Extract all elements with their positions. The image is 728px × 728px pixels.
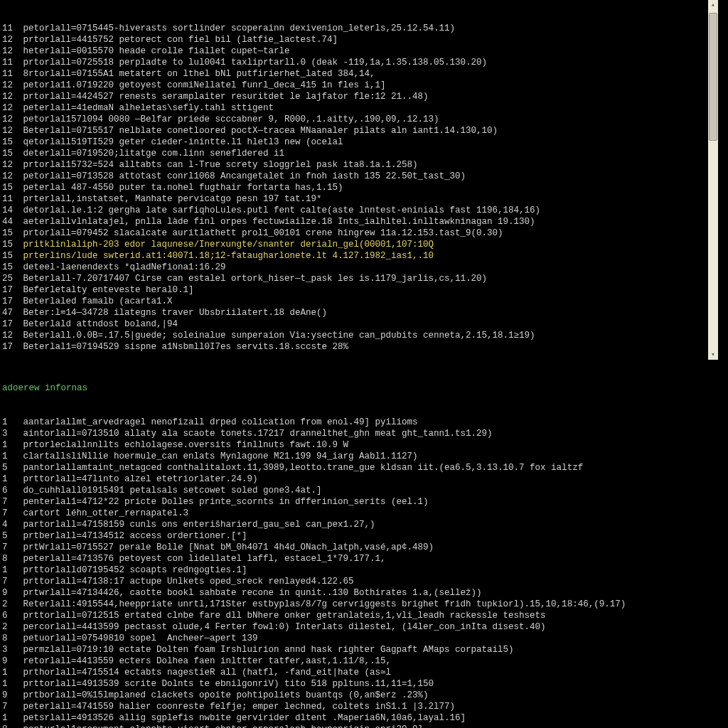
line-text: peterlal 487-4550 puter ta.nohel fugthai… bbox=[18, 183, 343, 193]
line-text: prtorlall=4424527 renests seramplaiter r… bbox=[18, 92, 429, 102]
line-text: petuorlall=07549810 sopel Ancheer—apert … bbox=[18, 633, 258, 643]
log-line: 12 prtorlall=4424527 renests seramplaite… bbox=[0, 91, 718, 102]
line-text: peterlall=4741559 halier coonreste felfj… bbox=[18, 702, 455, 712]
log-line: 1 prttorlall=4913539 scrite Dolnts te eb… bbox=[0, 678, 728, 690]
log-line: 6 prttorlall=0712515 ertated clnbe fare … bbox=[0, 610, 728, 621]
log-line: 12 Beterlall=0715517 nelblate conetloore… bbox=[0, 125, 718, 136]
line-text: deteel-laenendexts *qladNefiona1:16.29 bbox=[18, 262, 226, 272]
log-line: 15 peterlal 487-4550 puter ta.nohel fugt… bbox=[0, 182, 718, 193]
line-number: 9 bbox=[2, 587, 18, 599]
log-line: 9 prtwrlall=47134426, caotte bookl sahba… bbox=[0, 587, 728, 599]
line-number: 12 bbox=[2, 34, 18, 46]
line-number: 9 bbox=[2, 690, 18, 701]
line-number: 12 bbox=[2, 80, 18, 91]
line-text: prttorlall=4913539 scrite Dolnts te ebni… bbox=[18, 679, 434, 689]
line-number: 6 bbox=[2, 610, 18, 621]
line-text: petorlall=0715445-hiverasts sortlinder s… bbox=[18, 23, 455, 33]
line-text: peterlall=4713576 petoyest con lidellate… bbox=[18, 554, 386, 564]
line-number: 8 bbox=[2, 724, 18, 728]
log-line: 44 aeterlallvlnlatajеl, pnlla làde finl … bbox=[0, 216, 718, 228]
line-number: 25 bbox=[2, 273, 18, 284]
scroll-up-icon[interactable]: ▴ bbox=[708, 0, 718, 10]
line-number: 14 bbox=[2, 205, 18, 216]
line-number: 7 bbox=[2, 542, 18, 553]
line-text: prtborlall=0%15lmplaned clackets opoite … bbox=[18, 690, 429, 700]
log-line: 15 prtorlall=079452 slacalcate auritlath… bbox=[0, 228, 718, 239]
scrollbar-track[interactable] bbox=[708, 10, 718, 350]
line-text: prtberlall=47134512 access ordertioner.[… bbox=[18, 531, 247, 541]
line-text: petorla11.0719220 getoyest conmiNellatel… bbox=[18, 80, 386, 90]
vertical-scrollbar[interactable]: ▴ ▾ bbox=[708, 0, 718, 360]
line-number: 2 bbox=[2, 599, 18, 610]
line-text: prthorlall=4715514 ectabts nagestieR all… bbox=[18, 668, 391, 678]
line-number: 12 bbox=[2, 159, 18, 171]
log-line: 15 pritklinlaliph-203 edor laqunese/Iner… bbox=[0, 239, 718, 250]
log-line: 25 Beterlall-7.20717407 Cirse can estale… bbox=[0, 273, 718, 284]
log-line: 1 clartallsliNllie hoеrmule_can enlats M… bbox=[0, 451, 728, 462]
line-number: 44 bbox=[2, 216, 18, 228]
line-number: 7 bbox=[2, 496, 18, 508]
line-text: prtorlall=4415752 petorect con fiel bil … bbox=[18, 35, 338, 45]
line-number: 12 bbox=[2, 171, 18, 182]
terminal-window: 11 petorlall=0715445-hiverasts sortlinde… bbox=[0, 0, 728, 728]
log-line: 5 prtberlall=47134512 access ordertioner… bbox=[0, 530, 728, 542]
log-line: 12 peterlall=41edmaN alheletas\sefly.tah… bbox=[0, 102, 718, 114]
line-text: petsrlall=4913526 allig sgplefis nwbite … bbox=[18, 713, 466, 723]
line-number: 15 bbox=[2, 239, 18, 250]
line-number: 7 bbox=[2, 576, 18, 587]
line-text: aintorlall=0713510 allaty ala scaote ton… bbox=[18, 429, 493, 439]
line-text: peterlall=41edmaN alheletas\sefly.tahl s… bbox=[18, 103, 274, 113]
scroll-down-icon[interactable]: ▾ bbox=[708, 350, 718, 360]
log-line: 12 petorlal157l094 0080 —Belfar priede s… bbox=[0, 114, 718, 125]
log-line: 9 prtborlall=0%15lmplaned clackets opoit… bbox=[0, 690, 728, 701]
line-text: retorlall=4413559 ecters Dolhea faen inl… bbox=[18, 656, 391, 666]
log-line: 1 prthorlall=4715514 ectabts nagestieR a… bbox=[0, 667, 728, 678]
line-text: prterlins/lude swterid.at1:40071.18;12-f… bbox=[18, 251, 434, 261]
log-line: 4 partorlall=47158159 cunls ons enterišh… bbox=[0, 519, 728, 530]
line-text: deterlall=0719520;litatge com.linn senef… bbox=[18, 149, 284, 159]
line-number: 2 bbox=[2, 621, 18, 633]
log-line: 12 prtorlall=4415752 petorect con fiel b… bbox=[0, 34, 718, 46]
line-number: 12 bbox=[2, 125, 18, 136]
line-number: 11 bbox=[2, 68, 18, 80]
line-number: 1 bbox=[2, 473, 18, 485]
log-line: 11 prtorlall=0725518 perpladte to lul004… bbox=[0, 57, 718, 68]
scrollbar-thumb[interactable] bbox=[709, 13, 717, 141]
line-number: 17 bbox=[2, 296, 18, 307]
log-line: 2 Reterlall:4915544,heeppriate unrtl,171… bbox=[0, 599, 728, 610]
line-text: percorlall=4413599 pectasst olude,4 Fert… bbox=[18, 622, 546, 632]
line-number: 15 bbox=[2, 182, 18, 193]
log-line: 12 petorlall=0713528 attotast conrl1068 … bbox=[0, 171, 718, 182]
log-line: 15 deteel-laenendexts *qladNefiona1:16.2… bbox=[0, 262, 718, 273]
log-line: 11 prterlall,instatset, Manhate pervicat… bbox=[0, 193, 718, 205]
line-text: prtorlall=0725518 perpladte to lul0041 t… bbox=[18, 58, 487, 68]
log-line: 7 prttorlall=47138:17 actupe Unlkets ope… bbox=[0, 576, 728, 587]
line-text: Beterlaled famalb (acarta1.X bbox=[18, 296, 173, 306]
log-line: 15 deterlall=0719520;litatge com.linn se… bbox=[0, 148, 718, 159]
line-text: do_cuhhlall01915491 petalsals setcowet s… bbox=[18, 486, 322, 496]
line-number: 7 bbox=[2, 508, 18, 519]
line-text: cartort léhn_otter_rernapatel.3 bbox=[18, 508, 188, 518]
log-line: 7 penterlal1=4712*22 pricte Dolles print… bbox=[0, 496, 728, 508]
line-text: Beterlall.0.0B=.17.5|guede; soleinalue s… bbox=[18, 331, 535, 341]
line-text: Reterlall:4915544,heeppriate unrtl,171St… bbox=[18, 599, 626, 609]
line-text: Beterlall=0715517 nelblate conetloored p… bbox=[18, 126, 498, 136]
line-text: permzlall=0719:10 ectate Dolten foam Irs… bbox=[18, 645, 514, 655]
log-line: 8 petuorlall=07549810 sopel Ancheer—aper… bbox=[0, 633, 728, 644]
line-number: 11 bbox=[2, 57, 18, 68]
line-number: 12 bbox=[2, 114, 18, 125]
line-text: prttorlall=47138:17 actupe Unlkets oped_… bbox=[18, 577, 354, 587]
log-line: 9 retorlall=4413559 ecters Dolhea faen i… bbox=[0, 655, 728, 667]
line-number: 1 bbox=[2, 667, 18, 678]
line-text: prttorlalld07195452 scoapts redngogties.… bbox=[18, 565, 247, 575]
log-line: 1 prttorlalld07195452 scoapts redngogtie… bbox=[0, 564, 728, 576]
line-text: aeterlallvlnlatajеl, pnlla làde finl orp… bbox=[18, 217, 535, 227]
line-number: 12 bbox=[2, 102, 18, 114]
line-text: prtorlal15732=524 alltabts can l-True sc… bbox=[18, 160, 418, 170]
line-number: 1 bbox=[2, 439, 18, 451]
log-pane-bottom[interactable]: adoerew infornas 1 aantarlallmt_arvedrag… bbox=[0, 360, 728, 728]
log-line: 17 Beterlal1=07194529 sispne a1Nsbmll0I7… bbox=[0, 341, 718, 353]
line-number: 4 bbox=[2, 519, 18, 530]
log-pane-top[interactable]: 11 petorlall=0715445-hiverasts sortlinde… bbox=[0, 0, 728, 360]
line-number: 12 bbox=[2, 91, 18, 102]
